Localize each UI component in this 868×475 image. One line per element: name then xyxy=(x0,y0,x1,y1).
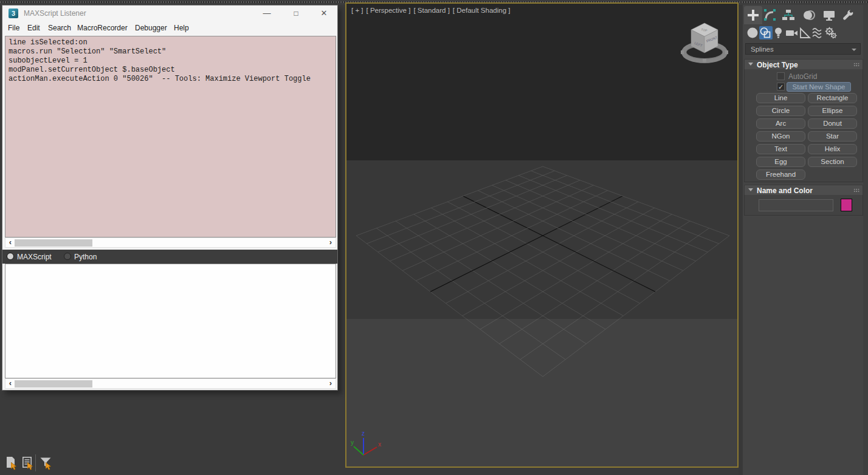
rollout-title: Name and Color xyxy=(757,186,813,195)
menu-bar: FileEditSearchMacroRecorderDebuggerHelp xyxy=(2,22,337,35)
menu-search[interactable]: Search xyxy=(48,24,71,32)
shape-button-text[interactable]: Text xyxy=(756,144,805,154)
viewport-menu-shading[interactable]: [ Default Shading ] xyxy=(453,7,511,14)
menu-macrorecorder[interactable]: MacroRecorder xyxy=(77,24,128,32)
maxscript-radio[interactable] xyxy=(7,253,14,260)
status-divider xyxy=(35,454,36,471)
name-color-rollout-body xyxy=(744,195,863,216)
object-name-input[interactable] xyxy=(759,199,833,211)
panel-tab-create[interactable] xyxy=(744,6,762,24)
panel-tab-display[interactable] xyxy=(820,6,838,24)
listener-output-pane[interactable] xyxy=(5,264,336,378)
category-space-warps[interactable] xyxy=(811,26,825,39)
viewport-menu-general[interactable]: [ + ] xyxy=(351,7,363,14)
category-cameras[interactable] xyxy=(785,26,799,39)
menu-debugger[interactable]: Debugger xyxy=(135,24,167,32)
category-row xyxy=(743,26,863,41)
helpers-icon xyxy=(798,26,811,39)
category-systems[interactable] xyxy=(824,26,838,39)
maxscript-listener-window: 3 MAXScript Listener — □ ✕ FileEditSearc… xyxy=(2,5,338,391)
panel-scroll-strip[interactable] xyxy=(863,5,868,475)
panel-tab-motion[interactable] xyxy=(800,6,818,24)
category-helpers[interactable] xyxy=(798,26,811,39)
language-tab-bar: MAXScript Python xyxy=(2,250,337,264)
shape-button-circle[interactable]: Circle xyxy=(756,106,805,116)
maximize-button[interactable]: □ xyxy=(287,5,305,21)
shape-button-ngon[interactable]: NGon xyxy=(756,131,805,142)
chevron-down-icon xyxy=(852,49,856,51)
minimize-button[interactable]: — xyxy=(258,5,276,21)
svg-text:x: x xyxy=(378,441,381,448)
rollout-collapse-icon xyxy=(748,63,753,66)
shape-button-arc[interactable]: Arc xyxy=(756,118,805,129)
panel-tab-row xyxy=(743,5,863,25)
panel-tab-hierarchy[interactable] xyxy=(779,6,797,24)
shape-button-line[interactable]: Line xyxy=(756,93,805,103)
panel-tab-utilities[interactable] xyxy=(839,6,857,24)
menu-edit[interactable]: Edit xyxy=(27,24,40,32)
filter-icon[interactable] xyxy=(39,456,52,470)
category-lights[interactable] xyxy=(772,26,785,39)
shape-button-freehand[interactable]: Freehand xyxy=(756,169,805,180)
display-icon xyxy=(822,9,836,22)
menu-file[interactable]: File xyxy=(8,24,19,32)
utilities-icon xyxy=(841,9,855,22)
name-color-rollout: Name and Color xyxy=(744,185,863,216)
shape-button-star[interactable]: Star xyxy=(808,131,857,142)
macro-pane-hscrollbar[interactable]: ‹ › xyxy=(5,237,336,248)
listener-log-icon[interactable] xyxy=(21,456,34,470)
shape-button-donut[interactable]: Donut xyxy=(808,118,857,129)
start-new-shape-button[interactable]: Start New Shape xyxy=(787,82,851,92)
output-pane-hscrollbar[interactable]: ‹ › xyxy=(5,378,336,389)
name-color-rollout-header[interactable]: Name and Color xyxy=(744,185,863,195)
start-new-shape-checkbox[interactable]: ✓ xyxy=(777,83,785,91)
scroll-right-arrow[interactable]: › xyxy=(326,238,335,247)
viewport-menu-standard[interactable]: [ Standard ] xyxy=(413,7,449,14)
shape-button-ellipse[interactable]: Ellipse xyxy=(808,106,857,116)
rollout-grip-icon xyxy=(853,63,859,67)
panel-tab-modify[interactable] xyxy=(761,6,779,24)
menu-help[interactable]: Help xyxy=(174,24,189,32)
scroll-thumb[interactable] xyxy=(15,380,92,388)
home-grid xyxy=(346,4,737,466)
hierarchy-icon xyxy=(782,9,795,22)
close-button[interactable]: ✕ xyxy=(315,5,333,21)
autogrid-checkbox[interactable] xyxy=(777,72,785,80)
create-icon xyxy=(746,9,760,22)
object-color-swatch[interactable] xyxy=(841,199,852,211)
object-type-rollout-header[interactable]: Object Type xyxy=(744,59,863,69)
shape-button-helix[interactable]: Helix xyxy=(808,144,857,154)
title-bar[interactable]: 3 MAXScript Listener — □ ✕ xyxy=(2,5,337,22)
svg-text:z: z xyxy=(362,430,365,437)
shapes-icon xyxy=(759,26,773,39)
macro-recorder-pane[interactable]: line isSelected:on macros.run "Selection… xyxy=(5,36,336,237)
viewport-menu-pov[interactable]: [ Perspective ] xyxy=(367,7,411,14)
command-panel: Splines Object Type AutoGrid ✓ Start New… xyxy=(743,5,863,475)
space-warps-icon xyxy=(811,26,825,39)
svg-text:y: y xyxy=(351,439,354,446)
scroll-right-arrow[interactable]: › xyxy=(326,379,335,388)
maxscript-radio-label: MAXScript xyxy=(17,253,52,261)
shape-buttons-grid: LineRectangleCircleEllipseArcDonutNGonSt… xyxy=(756,93,857,180)
perspective-viewport[interactable]: [ + ][ Perspective ][ Standard ][ Defaul… xyxy=(345,2,739,468)
shape-button-rectangle[interactable]: Rectangle xyxy=(808,93,857,103)
shape-button-egg[interactable]: Egg xyxy=(756,157,805,167)
new-script-icon[interactable] xyxy=(4,456,18,470)
scroll-left-arrow[interactable]: ‹ xyxy=(6,379,15,388)
viewcube[interactable]: TOP LEFT FRONT xyxy=(680,18,732,84)
cursor-icon xyxy=(11,462,17,470)
rollout-collapse-icon xyxy=(748,188,753,191)
scroll-thumb[interactable] xyxy=(15,239,92,247)
category-geometry[interactable] xyxy=(746,26,759,39)
cursor-icon xyxy=(27,462,33,470)
splines-dropdown[interactable]: Splines xyxy=(745,43,861,55)
cursor-icon xyxy=(46,462,52,470)
python-radio[interactable] xyxy=(64,253,71,260)
shape-button-section[interactable]: Section xyxy=(808,157,857,167)
macro-recorder-code: line isSelected:on macros.run "Selection… xyxy=(5,36,336,86)
scroll-left-arrow[interactable]: ‹ xyxy=(6,238,15,247)
geometry-icon xyxy=(746,26,759,39)
panel-splitter[interactable] xyxy=(739,5,743,475)
category-shapes[interactable] xyxy=(759,26,773,39)
object-type-rollout-body: AutoGrid ✓ Start New Shape LineRectangle… xyxy=(744,69,863,182)
